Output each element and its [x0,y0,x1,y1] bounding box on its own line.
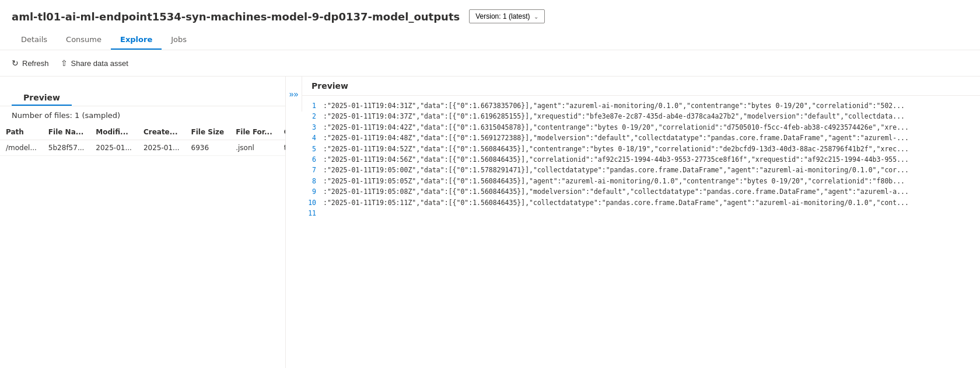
line-number: 2 [302,111,323,121]
line-content: :"2025-01-11T19:05:08Z","data":[{"0":1.5… [323,186,909,197]
code-line: 2 :"2025-01-11T19:04:37Z","data":[{"0":1… [302,111,980,121]
line-content: :"2025-01-11T19:04:52Z","data":[{"0":1.5… [323,144,909,154]
preview-title: Preview [12,86,72,106]
line-content: :"2025-01-11T19:04:37Z","data":[{"0":1.6… [323,111,905,121]
line-number: 7 [302,165,323,175]
line-number: 11 [302,208,323,218]
code-line: 10 :"2025-01-11T19:05:11Z","data":[{"0":… [302,197,980,208]
refresh-button[interactable]: ↻ Refresh [12,56,49,70]
code-line: 3 :"2025-01-11T19:04:42Z","data":[{"0":1… [302,122,980,133]
cell-6: true [278,140,285,156]
line-content: :"2025-01-11T19:04:42Z","data":[{"0":1.6… [323,122,909,133]
col-path: Path [0,124,43,140]
left-panel: Preview Number of files: 1 (sampled) Pat… [0,77,286,368]
page-title: aml-tl01-ai-ml-endpoint1534-syn-machines… [12,11,460,23]
line-number: 8 [302,176,323,186]
main-content: Preview Number of files: 1 (sampled) Pat… [0,77,980,368]
col-format: File For... [230,124,278,140]
file-count: Number of files: 1 (sampled) [0,106,285,124]
code-line: 7 :"2025-01-11T19:05:00Z","data":[{"0":1… [302,165,980,175]
col-created: Create... [138,124,186,140]
line-number: 4 [302,133,323,143]
toolbar: ↻ Refresh ⇧ Share data asset [0,50,980,77]
refresh-icon: ↻ [12,58,19,68]
col-cans: CanS [278,124,285,140]
tab-jobs[interactable]: Jobs [162,30,196,50]
line-content: :"2025-01-11T19:04:56Z","data":[{"0":1.5… [323,154,909,165]
line-content: :"2025-01-11T19:04:48Z","data":[{"0":1.5… [323,133,909,143]
cell-1: 5b28f57... [43,140,90,156]
code-line: 11 [302,208,980,218]
code-line: 9 :"2025-01-11T19:05:08Z","data":[{"0":1… [302,186,980,197]
tab-consume[interactable]: Consume [57,30,111,50]
tab-details[interactable]: Details [12,30,57,50]
line-number: 10 [302,197,323,208]
chevron-down-icon: ⌄ [534,13,538,20]
line-number: 5 [302,144,323,154]
line-number: 1 [302,100,323,111]
version-label: Version: 1 (latest) [475,12,530,20]
cell-3: 2025-01... [138,140,186,156]
tab-explore[interactable]: Explore [111,30,162,50]
share-label: Share data asset [71,59,128,68]
cell-0: /model... [0,140,43,156]
refresh-label: Refresh [22,59,49,68]
table-row: /model...5b28f57...2025-01...2025-01...6… [0,140,285,156]
code-line: 5 :"2025-01-11T19:04:52Z","data":[{"0":1… [302,144,980,154]
right-panel: Preview 1 :"2025-01-11T19:04:31Z","data"… [302,77,980,368]
version-dropdown[interactable]: Version: 1 (latest) ⌄ [469,9,544,23]
line-content: :"2025-01-11T19:05:00Z","data":[{"0":1.5… [323,165,909,175]
line-content: :"2025-01-11T19:04:31Z","data":[{"0":1.6… [323,100,905,111]
file-table: Path File Na... Modifi... Create... File… [0,124,285,156]
line-content: :"2025-01-11T19:05:11Z","data":[{"0":1.5… [323,197,909,208]
line-content: :"2025-01-11T19:05:05Z","data":[{"0":1.5… [323,176,905,186]
col-filename: File Na... [43,124,90,140]
line-number: 6 [302,154,323,165]
cell-4: 6936 [186,140,230,156]
expand-panel-button[interactable]: »» [286,77,302,112]
code-line: 1 :"2025-01-11T19:04:31Z","data":[{"0":1… [302,100,980,111]
nav-tabs: Details Consume Explore Jobs [12,30,968,50]
expand-icon: »» [289,89,299,99]
code-preview-title: Preview [302,77,980,96]
code-line: 6 :"2025-01-11T19:04:56Z","data":[{"0":1… [302,154,980,165]
share-button[interactable]: ⇧ Share data asset [61,56,128,70]
code-line: 8 :"2025-01-11T19:05:05Z","data":[{"0":1… [302,176,980,186]
file-table-container[interactable]: Path File Na... Modifi... Create... File… [0,124,285,368]
col-filesize: File Size [186,124,230,140]
code-container[interactable]: 1 :"2025-01-11T19:04:31Z","data":[{"0":1… [302,96,980,368]
share-icon: ⇧ [61,58,68,68]
page-header: aml-tl01-ai-ml-endpoint1534-syn-machines… [0,0,980,50]
cell-5: .jsonl [230,140,278,156]
line-number: 9 [302,186,323,197]
col-modified: Modifi... [90,124,138,140]
code-line: 4 :"2025-01-11T19:04:48Z","data":[{"0":1… [302,133,980,143]
line-number: 3 [302,122,323,133]
cell-2: 2025-01... [90,140,138,156]
preview-section-header: Preview [0,77,285,106]
